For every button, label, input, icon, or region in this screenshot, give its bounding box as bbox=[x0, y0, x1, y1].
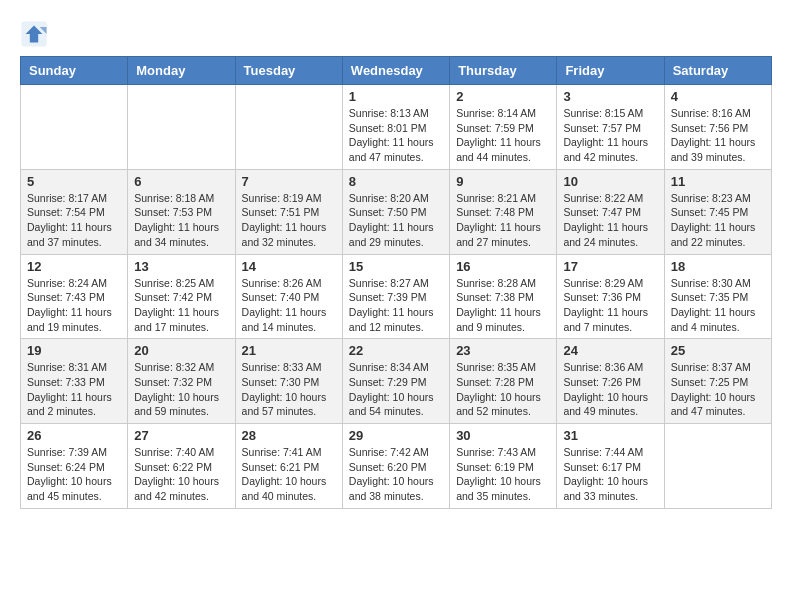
day-number: 1 bbox=[349, 89, 443, 104]
day-number: 30 bbox=[456, 428, 550, 443]
day-number: 29 bbox=[349, 428, 443, 443]
calendar-cell bbox=[664, 424, 771, 509]
calendar-cell: 8Sunrise: 8:20 AM Sunset: 7:50 PM Daylig… bbox=[342, 169, 449, 254]
cell-content: 3Sunrise: 8:15 AM Sunset: 7:57 PM Daylig… bbox=[563, 89, 657, 165]
cell-daylight-text: Sunrise: 8:28 AM Sunset: 7:38 PM Dayligh… bbox=[456, 276, 550, 335]
cell-daylight-text: Sunrise: 8:17 AM Sunset: 7:54 PM Dayligh… bbox=[27, 191, 121, 250]
day-number: 9 bbox=[456, 174, 550, 189]
cell-content: 12Sunrise: 8:24 AM Sunset: 7:43 PM Dayli… bbox=[27, 259, 121, 335]
cell-daylight-text: Sunrise: 8:25 AM Sunset: 7:42 PM Dayligh… bbox=[134, 276, 228, 335]
cell-daylight-text: Sunrise: 8:31 AM Sunset: 7:33 PM Dayligh… bbox=[27, 360, 121, 419]
calendar-cell: 6Sunrise: 8:18 AM Sunset: 7:53 PM Daylig… bbox=[128, 169, 235, 254]
calendar-cell: 25Sunrise: 8:37 AM Sunset: 7:25 PM Dayli… bbox=[664, 339, 771, 424]
cell-content: 26Sunrise: 7:39 AM Sunset: 6:24 PM Dayli… bbox=[27, 428, 121, 504]
cell-content: 2Sunrise: 8:14 AM Sunset: 7:59 PM Daylig… bbox=[456, 89, 550, 165]
cell-daylight-text: Sunrise: 8:34 AM Sunset: 7:29 PM Dayligh… bbox=[349, 360, 443, 419]
day-number: 5 bbox=[27, 174, 121, 189]
calendar-week-row: 5Sunrise: 8:17 AM Sunset: 7:54 PM Daylig… bbox=[21, 169, 772, 254]
calendar-cell bbox=[235, 85, 342, 170]
cell-content: 21Sunrise: 8:33 AM Sunset: 7:30 PM Dayli… bbox=[242, 343, 336, 419]
day-number: 27 bbox=[134, 428, 228, 443]
calendar-week-row: 12Sunrise: 8:24 AM Sunset: 7:43 PM Dayli… bbox=[21, 254, 772, 339]
cell-content: 7Sunrise: 8:19 AM Sunset: 7:51 PM Daylig… bbox=[242, 174, 336, 250]
cell-daylight-text: Sunrise: 8:14 AM Sunset: 7:59 PM Dayligh… bbox=[456, 106, 550, 165]
day-number: 12 bbox=[27, 259, 121, 274]
calendar-body: 1Sunrise: 8:13 AM Sunset: 8:01 PM Daylig… bbox=[21, 85, 772, 509]
cell-content: 5Sunrise: 8:17 AM Sunset: 7:54 PM Daylig… bbox=[27, 174, 121, 250]
cell-content: 14Sunrise: 8:26 AM Sunset: 7:40 PM Dayli… bbox=[242, 259, 336, 335]
day-number: 16 bbox=[456, 259, 550, 274]
cell-content: 20Sunrise: 8:32 AM Sunset: 7:32 PM Dayli… bbox=[134, 343, 228, 419]
cell-daylight-text: Sunrise: 8:24 AM Sunset: 7:43 PM Dayligh… bbox=[27, 276, 121, 335]
day-number: 4 bbox=[671, 89, 765, 104]
cell-daylight-text: Sunrise: 8:32 AM Sunset: 7:32 PM Dayligh… bbox=[134, 360, 228, 419]
cell-daylight-text: Sunrise: 8:23 AM Sunset: 7:45 PM Dayligh… bbox=[671, 191, 765, 250]
day-number: 19 bbox=[27, 343, 121, 358]
calendar-cell: 3Sunrise: 8:15 AM Sunset: 7:57 PM Daylig… bbox=[557, 85, 664, 170]
day-number: 13 bbox=[134, 259, 228, 274]
weekday-header-wednesday: Wednesday bbox=[342, 57, 449, 85]
weekday-header-sunday: Sunday bbox=[21, 57, 128, 85]
calendar-cell bbox=[128, 85, 235, 170]
cell-daylight-text: Sunrise: 8:15 AM Sunset: 7:57 PM Dayligh… bbox=[563, 106, 657, 165]
cell-content: 8Sunrise: 8:20 AM Sunset: 7:50 PM Daylig… bbox=[349, 174, 443, 250]
calendar-cell: 28Sunrise: 7:41 AM Sunset: 6:21 PM Dayli… bbox=[235, 424, 342, 509]
calendar-cell: 18Sunrise: 8:30 AM Sunset: 7:35 PM Dayli… bbox=[664, 254, 771, 339]
calendar-cell: 19Sunrise: 8:31 AM Sunset: 7:33 PM Dayli… bbox=[21, 339, 128, 424]
calendar-cell: 14Sunrise: 8:26 AM Sunset: 7:40 PM Dayli… bbox=[235, 254, 342, 339]
cell-content: 16Sunrise: 8:28 AM Sunset: 7:38 PM Dayli… bbox=[456, 259, 550, 335]
calendar-cell: 15Sunrise: 8:27 AM Sunset: 7:39 PM Dayli… bbox=[342, 254, 449, 339]
calendar-cell: 10Sunrise: 8:22 AM Sunset: 7:47 PM Dayli… bbox=[557, 169, 664, 254]
weekday-header-thursday: Thursday bbox=[450, 57, 557, 85]
cell-content: 13Sunrise: 8:25 AM Sunset: 7:42 PM Dayli… bbox=[134, 259, 228, 335]
day-number: 18 bbox=[671, 259, 765, 274]
cell-daylight-text: Sunrise: 8:22 AM Sunset: 7:47 PM Dayligh… bbox=[563, 191, 657, 250]
cell-daylight-text: Sunrise: 7:40 AM Sunset: 6:22 PM Dayligh… bbox=[134, 445, 228, 504]
calendar-cell: 26Sunrise: 7:39 AM Sunset: 6:24 PM Dayli… bbox=[21, 424, 128, 509]
day-number: 24 bbox=[563, 343, 657, 358]
cell-daylight-text: Sunrise: 8:20 AM Sunset: 7:50 PM Dayligh… bbox=[349, 191, 443, 250]
calendar-week-row: 1Sunrise: 8:13 AM Sunset: 8:01 PM Daylig… bbox=[21, 85, 772, 170]
cell-daylight-text: Sunrise: 8:37 AM Sunset: 7:25 PM Dayligh… bbox=[671, 360, 765, 419]
day-number: 10 bbox=[563, 174, 657, 189]
cell-content: 1Sunrise: 8:13 AM Sunset: 8:01 PM Daylig… bbox=[349, 89, 443, 165]
cell-daylight-text: Sunrise: 8:33 AM Sunset: 7:30 PM Dayligh… bbox=[242, 360, 336, 419]
cell-content: 24Sunrise: 8:36 AM Sunset: 7:26 PM Dayli… bbox=[563, 343, 657, 419]
cell-daylight-text: Sunrise: 8:26 AM Sunset: 7:40 PM Dayligh… bbox=[242, 276, 336, 335]
cell-content bbox=[27, 89, 121, 164]
cell-daylight-text: Sunrise: 8:18 AM Sunset: 7:53 PM Dayligh… bbox=[134, 191, 228, 250]
calendar-cell: 24Sunrise: 8:36 AM Sunset: 7:26 PM Dayli… bbox=[557, 339, 664, 424]
calendar-cell: 7Sunrise: 8:19 AM Sunset: 7:51 PM Daylig… bbox=[235, 169, 342, 254]
calendar-cell: 2Sunrise: 8:14 AM Sunset: 7:59 PM Daylig… bbox=[450, 85, 557, 170]
day-number: 11 bbox=[671, 174, 765, 189]
cell-content: 6Sunrise: 8:18 AM Sunset: 7:53 PM Daylig… bbox=[134, 174, 228, 250]
calendar-table: SundayMondayTuesdayWednesdayThursdayFrid… bbox=[20, 56, 772, 509]
calendar-cell: 5Sunrise: 8:17 AM Sunset: 7:54 PM Daylig… bbox=[21, 169, 128, 254]
cell-daylight-text: Sunrise: 8:13 AM Sunset: 8:01 PM Dayligh… bbox=[349, 106, 443, 165]
page-header bbox=[20, 20, 772, 48]
cell-content: 27Sunrise: 7:40 AM Sunset: 6:22 PM Dayli… bbox=[134, 428, 228, 504]
weekday-header-monday: Monday bbox=[128, 57, 235, 85]
calendar-cell: 17Sunrise: 8:29 AM Sunset: 7:36 PM Dayli… bbox=[557, 254, 664, 339]
calendar-cell: 13Sunrise: 8:25 AM Sunset: 7:42 PM Dayli… bbox=[128, 254, 235, 339]
logo-icon bbox=[20, 20, 48, 48]
day-number: 14 bbox=[242, 259, 336, 274]
cell-daylight-text: Sunrise: 8:19 AM Sunset: 7:51 PM Dayligh… bbox=[242, 191, 336, 250]
calendar-cell: 11Sunrise: 8:23 AM Sunset: 7:45 PM Dayli… bbox=[664, 169, 771, 254]
day-number: 21 bbox=[242, 343, 336, 358]
cell-daylight-text: Sunrise: 7:42 AM Sunset: 6:20 PM Dayligh… bbox=[349, 445, 443, 504]
day-number: 31 bbox=[563, 428, 657, 443]
calendar-week-row: 19Sunrise: 8:31 AM Sunset: 7:33 PM Dayli… bbox=[21, 339, 772, 424]
calendar-cell: 12Sunrise: 8:24 AM Sunset: 7:43 PM Dayli… bbox=[21, 254, 128, 339]
cell-content: 31Sunrise: 7:44 AM Sunset: 6:17 PM Dayli… bbox=[563, 428, 657, 504]
cell-content: 23Sunrise: 8:35 AM Sunset: 7:28 PM Dayli… bbox=[456, 343, 550, 419]
day-number: 7 bbox=[242, 174, 336, 189]
day-number: 17 bbox=[563, 259, 657, 274]
calendar-cell bbox=[21, 85, 128, 170]
cell-content: 17Sunrise: 8:29 AM Sunset: 7:36 PM Dayli… bbox=[563, 259, 657, 335]
cell-daylight-text: Sunrise: 8:35 AM Sunset: 7:28 PM Dayligh… bbox=[456, 360, 550, 419]
day-number: 25 bbox=[671, 343, 765, 358]
calendar-cell: 4Sunrise: 8:16 AM Sunset: 7:56 PM Daylig… bbox=[664, 85, 771, 170]
cell-content: 10Sunrise: 8:22 AM Sunset: 7:47 PM Dayli… bbox=[563, 174, 657, 250]
cell-content: 19Sunrise: 8:31 AM Sunset: 7:33 PM Dayli… bbox=[27, 343, 121, 419]
